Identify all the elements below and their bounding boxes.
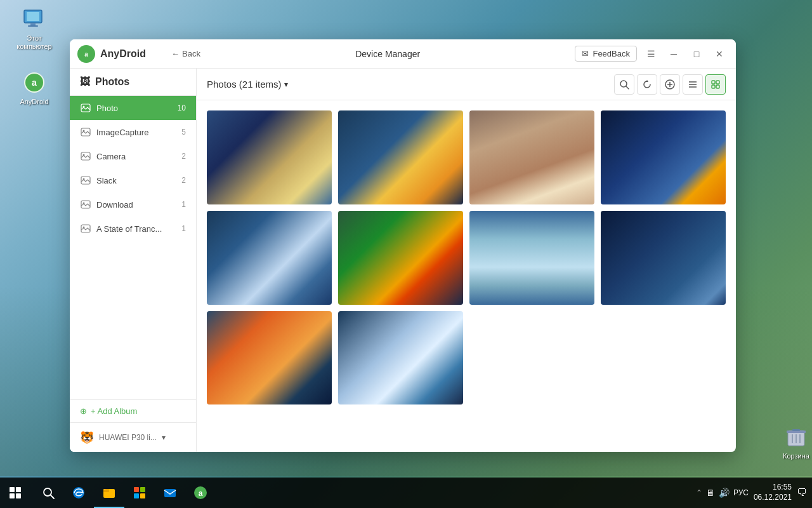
add-album-icon: ⊕ [80, 406, 87, 416]
tray-language-label: РУС [733, 488, 749, 497]
sidebar-title: Photos [95, 76, 129, 88]
sidebar-item-imagecapture[interactable]: ImageCapture 5 [70, 120, 196, 144]
download-item-label: Download [96, 200, 176, 210]
taskbar-clock[interactable]: 16:55 06.12.2021 [754, 483, 792, 502]
main-content: 🖼 Photos Photo 10 [70, 69, 736, 452]
back-label: Back [182, 49, 200, 58]
photo-thumb-4[interactable] [601, 110, 726, 204]
close-button[interactable]: ✕ [710, 45, 728, 63]
photo-item-count: 10 [178, 104, 186, 112]
device-icon: 🐯 [80, 431, 94, 444]
add-album-label: + Add Album [91, 406, 137, 416]
svg-text:a: a [84, 51, 88, 58]
tray-volume-icon[interactable]: 🔊 [719, 488, 730, 498]
sidebar-item-slack[interactable]: Slack 2 [70, 168, 196, 192]
svg-text:a: a [199, 489, 203, 498]
logo-text: AnyDroid [100, 48, 146, 60]
desktop-icon-anydroid[interactable]: a AnyDroid [9, 70, 60, 106]
title-bar: a AnyDroid ← Back Device Manager ✉ FeedB… [70, 39, 736, 69]
svg-text:a: a [32, 77, 37, 88]
sidebar: 🖼 Photos Photo 10 [70, 69, 197, 452]
menu-button[interactable]: ☰ [642, 45, 660, 63]
astate-item-label: A State of Tranc... [96, 224, 176, 234]
taskbar-search-icon[interactable] [33, 478, 63, 508]
taskbar-explorer-icon[interactable] [94, 478, 124, 508]
svg-rect-53 [134, 487, 139, 492]
camera-item-label: Camera [96, 152, 176, 161]
imagecapture-item-icon [80, 126, 91, 138]
sidebar-item-camera[interactable]: Camera 2 [70, 144, 196, 168]
window-title: Device Manager [200, 49, 575, 59]
svg-line-37 [626, 86, 629, 89]
svg-rect-3 [28, 25, 38, 27]
taskbar-store-icon[interactable] [124, 478, 155, 508]
sidebar-item-photo[interactable]: Photo 10 [70, 96, 196, 120]
photo-thumb-1[interactable] [207, 110, 332, 204]
title-navigation: ← Back [166, 49, 200, 58]
search-button[interactable] [614, 74, 634, 95]
device-expand-icon[interactable]: ▾ [162, 433, 166, 442]
photo-item-icon [80, 102, 91, 114]
sidebar-items-list: Photo 10 ImageCapture 5 [70, 96, 196, 399]
taskbar-edge-icon[interactable] [63, 478, 94, 508]
taskbar-anydroid-icon[interactable]: a [185, 478, 216, 508]
slack-item-icon [80, 175, 91, 186]
minimize-button[interactable]: ─ [665, 45, 683, 63]
desktop-icon-label: Этоткомпьютер [16, 34, 51, 51]
svg-rect-54 [140, 487, 145, 492]
sidebar-footer: 🐯 HUAWEI P30 li... ▾ [70, 422, 196, 452]
svg-rect-18 [792, 429, 800, 431]
feedback-button[interactable]: ✉ FeedBack [575, 46, 637, 62]
list-view-button[interactable] [683, 74, 703, 95]
svg-rect-2 [30, 23, 36, 25]
desktop-icon-recycle[interactable]: Корзина [771, 424, 812, 460]
photo-thumb-9[interactable] [207, 311, 332, 405]
grid-view-button[interactable] [705, 74, 726, 95]
photo-title-text: Photos (21 items) [207, 79, 282, 90]
svg-rect-45 [716, 81, 719, 84]
start-button[interactable] [0, 478, 30, 508]
taskbar-right: ⌃ 🖥 🔊 РУС 16:55 06.12.2021 🗨 [696, 483, 812, 502]
refresh-button[interactable] [637, 74, 657, 95]
title-dropdown-icon[interactable]: ▾ [284, 80, 288, 89]
photo-thumb-7[interactable] [469, 211, 594, 305]
sidebar-item-astate[interactable]: A State of Tranc... 1 [70, 217, 196, 241]
recycle-bin-icon [783, 424, 809, 450]
svg-rect-44 [712, 81, 715, 84]
notification-icon[interactable]: 🗨 [797, 487, 807, 498]
taskbar: a ⌃ 🖥 🔊 РУС 16:55 06.12.2021 🗨 [0, 478, 812, 508]
svg-rect-1 [27, 12, 39, 21]
photo-thumb-3[interactable] [469, 110, 594, 204]
imagecapture-item-count: 5 [181, 128, 186, 137]
add-button[interactable] [660, 74, 680, 95]
pc-icon [22, 6, 47, 32]
svg-rect-57 [164, 489, 176, 497]
add-album-button[interactable]: ⊕ + Add Album [70, 399, 196, 422]
sidebar-item-download[interactable]: Download 1 [70, 192, 196, 217]
photo-thumb-2[interactable] [338, 110, 463, 204]
photo-icon: 🖼 [80, 76, 90, 88]
slack-item-label: Slack [96, 176, 176, 185]
back-button[interactable]: ← Back [171, 49, 200, 58]
svg-rect-47 [716, 85, 719, 88]
download-item-count: 1 [181, 200, 186, 209]
photo-thumb-5[interactable] [207, 211, 332, 305]
camera-item-count: 2 [181, 152, 186, 161]
photo-thumb-10[interactable] [338, 311, 463, 405]
photo-thumb-8[interactable] [601, 211, 726, 305]
download-item-icon [80, 199, 91, 210]
svg-rect-56 [140, 493, 145, 498]
maximize-button[interactable]: □ [688, 45, 705, 63]
svg-point-48 [44, 488, 51, 496]
astate-item-icon [80, 223, 91, 234]
tray-expand-icon[interactable]: ⌃ [696, 488, 702, 497]
photo-thumb-6[interactable] [338, 211, 463, 305]
taskbar-mail-icon[interactable] [155, 478, 185, 508]
desktop-icon-this-pc[interactable]: Этоткомпьютер [9, 6, 60, 51]
sidebar-header: 🖼 Photos [70, 69, 196, 96]
astate-item-count: 1 [181, 224, 186, 233]
tray-network-icon: 🖥 [706, 488, 715, 498]
feedback-icon: ✉ [582, 49, 589, 58]
desktop-icon-label: AnyDroid [20, 98, 48, 106]
clock-time: 16:55 [754, 483, 792, 493]
